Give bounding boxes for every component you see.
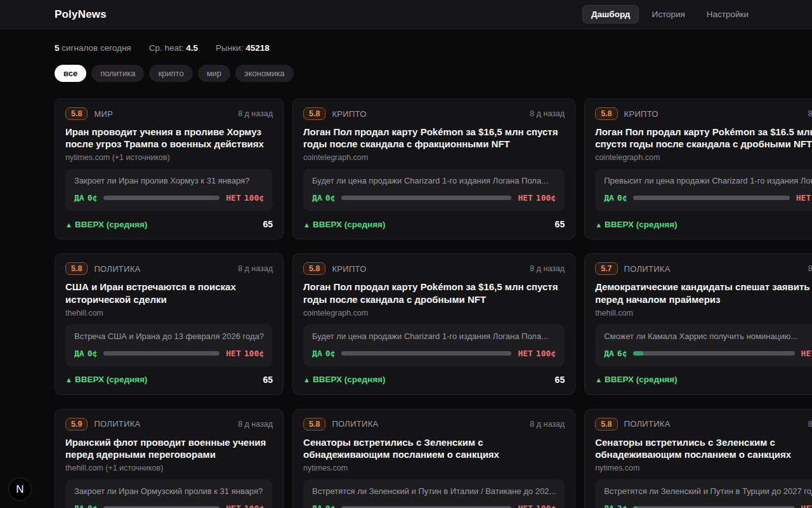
price-bar-row: ДА0¢ НЕТ100¢ xyxy=(312,504,556,508)
price-bar-row: ДА0¢ НЕТ100¢ xyxy=(74,193,264,203)
source-label: cointelegraph.com xyxy=(595,153,812,162)
card-header: 5.7 ПОЛИТИКА 8 д назад xyxy=(595,262,812,275)
signal-direction: ▲ВВЕРХ (средняя) xyxy=(65,375,147,384)
no-price: НЕТ94¢ xyxy=(801,349,812,358)
yes-price: ДА0¢ xyxy=(74,349,97,358)
yes-price: ДА6¢ xyxy=(604,349,627,358)
markets-label: Рынки: xyxy=(216,43,243,53)
market-question: Превысит ли цена продажи Charizard 1-го … xyxy=(604,176,812,185)
cards-grid: 5.8 МИР 8 д назад Иран проводит учения в… xyxy=(55,98,757,508)
no-price: НЕТ100¢ xyxy=(226,349,264,358)
card-title: Сенаторы встретились с Зеленским с обнад… xyxy=(303,436,565,460)
card-header: 5.8 КРИПТО 8 д назад xyxy=(303,107,565,120)
timestamp: 8 д назад xyxy=(238,264,273,273)
price-bar-row: ДА0¢ НЕТ100¢ xyxy=(604,193,812,203)
category-label: ПОЛИТИКА xyxy=(94,264,140,274)
source-label: cointelegraph.com xyxy=(303,153,565,162)
news-card[interactable]: 5.7 ПОЛИТИКА 8 д назад Демократические к… xyxy=(584,253,812,394)
price-bar-row: ДА0¢ НЕТ100¢ xyxy=(74,504,264,508)
market-box: Сможет ли Камала Харрис получить номинац… xyxy=(595,324,812,366)
no-price: НЕТ100¢ xyxy=(518,349,556,358)
price-bar-row: ДА2¢ НЕТ98¢ xyxy=(604,504,812,508)
timestamp: 8 д назад xyxy=(808,420,812,429)
timestamp: 8 д назад xyxy=(530,420,565,429)
category-label: ПОЛИТИКА xyxy=(624,264,671,274)
market-question: Встретятся ли Зеленский и Путин в Италии… xyxy=(312,486,556,496)
score-value: 65 xyxy=(555,219,565,229)
signals-stat: 5 сигналов сегодня xyxy=(55,43,131,53)
card-header: 5.8 КРИПТО 8 д назад xyxy=(595,107,812,120)
filter-chip-economy[interactable]: экономика xyxy=(235,65,294,82)
card-footer: ▲ВВЕРХ (средняя) 65 xyxy=(303,366,565,385)
yes-price: ДА0¢ xyxy=(312,193,335,203)
timestamp: 8 д назад xyxy=(238,109,273,118)
news-card[interactable]: 5.8 ПОЛИТИКА 8 д назад США и Иран встреч… xyxy=(55,253,284,394)
tab-dashboard[interactable]: Дашборд xyxy=(582,5,639,23)
source-label: thehill.com xyxy=(65,309,273,318)
card-footer: ▲ВВЕРХ (средняя) 65 xyxy=(65,366,273,385)
source-label: thehill.com (+1 источников) xyxy=(65,464,273,472)
card-title: Логан Пол продал карту Pokémon за $16,5 … xyxy=(303,281,565,305)
signal-label: ВВЕРХ (средняя) xyxy=(313,375,385,384)
heat-badge: 5.8 xyxy=(303,262,325,275)
market-box: Встретятся ли Зеленский и Путин в Турции… xyxy=(595,479,812,508)
tab-settings[interactable]: Настройки xyxy=(698,5,757,23)
card-header: 5.8 ПОЛИТИКА 8 д назад xyxy=(303,418,565,431)
market-box: Закроет ли Иран пролив Хормуз к 31 январ… xyxy=(65,169,273,211)
news-card[interactable]: 5.8 ПОЛИТИКА 8 д назад Сенаторы встретил… xyxy=(584,409,812,508)
markets-value: 45218 xyxy=(246,43,270,53)
signal-label: ВВЕРХ (средняя) xyxy=(75,220,147,229)
heat-badge: 5.8 xyxy=(65,262,88,275)
signal-direction: ▲ВВЕРХ (средняя) xyxy=(303,220,385,229)
stats-bar: 5 сигналов сегодня Ср. heat: 4.5 Рынки: … xyxy=(55,43,757,53)
card-title: Сенаторы встретились с Зеленским с обнад… xyxy=(595,436,812,460)
card-footer: ▲ВВЕРХ (средняя) 65 xyxy=(65,211,273,229)
app-logo: PolyNews xyxy=(55,8,107,21)
signal-label: ВВЕРХ (средняя) xyxy=(75,375,147,384)
market-question: Будет ли цена продажи Charizard 1-го изд… xyxy=(312,176,556,185)
news-card[interactable]: 5.8 КРИПТО 8 д назад Логан Пол продал ка… xyxy=(292,253,575,394)
card-title: Демократические кандидаты спешат заявить… xyxy=(595,281,812,305)
source-label: thehill.com xyxy=(595,309,812,318)
news-card[interactable]: 5.9 ПОЛИТИКА 8 д назад Иранский флот про… xyxy=(55,409,284,508)
main-content: 5 сигналов сегодня Ср. heat: 4.5 Рынки: … xyxy=(55,43,757,508)
filter-chip-crypto[interactable]: крипто xyxy=(149,65,192,82)
timestamp: 8 д назад xyxy=(808,264,812,273)
market-box: Встреча США и Ирана до 13 февраля 2026 г… xyxy=(65,324,273,366)
market-question: Будет ли цена продажи Charizard 1-го изд… xyxy=(312,331,556,341)
filter-chip-politics[interactable]: политика xyxy=(91,65,144,82)
card-header: 5.9 ПОЛИТИКА 8 д назад xyxy=(65,418,273,431)
source-label: nytimes.com xyxy=(595,464,812,472)
heat-stat: Ср. heat: 4.5 xyxy=(149,43,198,53)
price-bar-row: ДА0¢ НЕТ100¢ xyxy=(74,349,264,358)
heat-value: 4.5 xyxy=(186,43,198,53)
yes-price: ДА0¢ xyxy=(312,349,335,358)
news-card[interactable]: 5.8 КРИПТО 8 д назад Логан Пол продал ка… xyxy=(292,98,575,239)
yes-price: ДА0¢ xyxy=(312,504,335,508)
market-question: Сможет ли Камала Харрис получить номинац… xyxy=(604,331,812,341)
signals-label: сигналов сегодня xyxy=(62,43,131,53)
up-arrow-icon: ▲ xyxy=(303,221,310,229)
market-box: Будет ли цена продажи Charizard 1-го изд… xyxy=(303,324,565,366)
probability-bar xyxy=(341,351,511,356)
news-card[interactable]: 5.8 ПОЛИТИКА 8 д назад Сенаторы встретил… xyxy=(292,409,575,508)
probability-bar xyxy=(341,196,511,200)
news-card[interactable]: 5.8 МИР 8 д назад Иран проводит учения в… xyxy=(55,98,284,239)
dev-badge-button[interactable]: N xyxy=(8,478,32,501)
signal-direction: ▲ВВЕРХ (средняя) xyxy=(595,375,677,384)
category-label: КРИПТО xyxy=(624,109,658,119)
filter-chip-world[interactable]: мир xyxy=(198,65,230,82)
tab-history[interactable]: История xyxy=(643,5,693,23)
signal-label: ВВЕРХ (средняя) xyxy=(313,220,385,229)
filter-chip-all[interactable]: все xyxy=(55,65,86,82)
timestamp: 8 д назад xyxy=(238,420,273,429)
signals-count: 5 xyxy=(55,43,60,53)
probability-bar xyxy=(633,196,789,200)
market-question: Закроет ли Иран пролив Хормуз к 31 январ… xyxy=(74,176,264,185)
no-price: НЕТ100¢ xyxy=(518,504,556,508)
card-header: 5.8 МИР 8 д назад xyxy=(65,107,273,120)
price-bar-row: ДА6¢ НЕТ94¢ xyxy=(604,349,812,358)
heat-badge: 5.8 xyxy=(303,107,325,120)
card-footer: ▲ВВЕРХ (средняя) 65 xyxy=(303,211,565,229)
news-card[interactable]: 5.8 КРИПТО 8 д назад Логан Пол продал ка… xyxy=(584,98,812,239)
